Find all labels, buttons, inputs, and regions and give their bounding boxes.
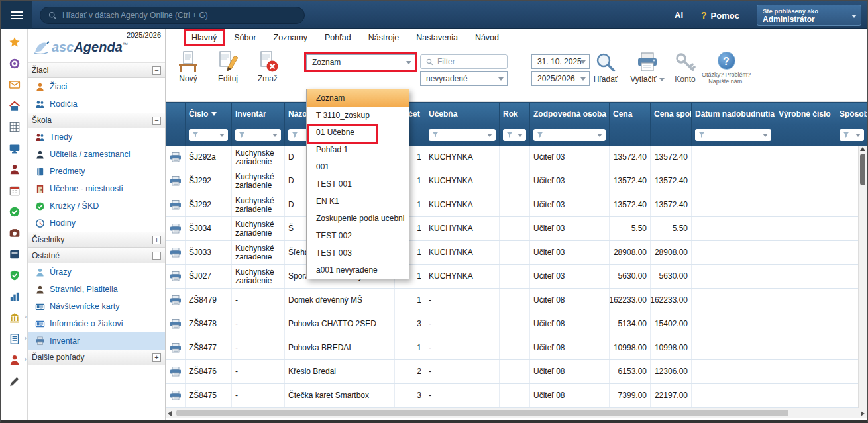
table-row[interactable]: ŠJ034Kuchynské zariadenieŠ1KUCHYNKAUčite… [166, 217, 867, 241]
sidebar-item-inventar[interactable]: Inventár [28, 332, 165, 350]
user-menu[interactable]: Ste prihlásený ako Administrátor [757, 5, 861, 26]
column-header-cislo[interactable]: Číslo [186, 103, 232, 124]
school-building-icon[interactable]: › [1, 307, 27, 328]
table-row[interactable]: ŠJ033Kuchynské zariadenieŠľehač a hnětač… [166, 241, 867, 265]
menu-nastroje[interactable]: Nástroje [362, 31, 406, 44]
calendar-icon[interactable] [1, 180, 27, 201]
row-item-icon[interactable] [166, 193, 186, 216]
column-header-ucebna[interactable]: Učebňa [425, 103, 500, 124]
person-red-icon[interactable]: › [1, 350, 27, 371]
scroll-up-icon[interactable] [860, 147, 865, 151]
filter-ucebna[interactable] [429, 129, 496, 141]
sidebar-item-rodicia[interactable]: Rodičia [28, 95, 165, 113]
view-select[interactable]: Zoznam [306, 54, 415, 70]
edit-button[interactable]: Edituj [209, 50, 246, 83]
filter-sposob[interactable] [840, 129, 864, 141]
filter-rok[interactable] [503, 129, 526, 141]
column-header-osoba[interactable]: Zodpovedná osoba [530, 103, 610, 124]
horizontal-scroll-thumb[interactable] [176, 410, 788, 416]
row-item-icon[interactable] [166, 241, 186, 264]
favorites-icon[interactable] [1, 32, 27, 53]
column-header-datum[interactable]: Dátum nadobudnutia [692, 103, 775, 124]
row-item-icon[interactable] [166, 169, 186, 193]
table-row[interactable]: ZŠ8476-Křeslo Bredal2-Učiteľ 086153.0012… [166, 360, 867, 384]
sidebar-item-triedy[interactable]: Triedy [28, 128, 165, 146]
column-header-sposob[interactable]: Spôsob [836, 103, 867, 124]
sidebar-item-ucitelia-zamestnanci[interactable]: Učitelia / zamestnanci [28, 146, 165, 163]
sidebar-section-skola[interactable]: Škola− [28, 113, 165, 128]
expand-toggle-icon[interactable]: + [152, 236, 161, 244]
table-row[interactable]: ŠJ027Kuchynské zariadenieSporák kombinov… [166, 265, 867, 289]
row-item-icon[interactable] [166, 360, 186, 383]
column-header-icon[interactable] [166, 103, 186, 124]
expand-toggle-icon[interactable]: + [152, 353, 161, 362]
vertical-scroll-thumb[interactable] [860, 154, 865, 185]
table-row[interactable]: ŠJ292Kuchynské zariadenieD1KUCHYNKAUčite… [166, 169, 867, 193]
global-search-input[interactable]: Hľadať v dátach Agendy Online (Ctrl + G) [40, 7, 305, 24]
horizontal-scrollbar[interactable] [166, 408, 867, 418]
view-option-001[interactable]: 001 [307, 158, 409, 175]
filter-input[interactable]: Filter [420, 54, 508, 69]
signature-pen-icon[interactable] [1, 371, 27, 392]
sidebar-item-kruzky-skd[interactable]: Krúžky / ŠKD [28, 197, 165, 214]
sidebar-item-hodiny[interactable]: Hodiny [28, 214, 165, 232]
darts-target-icon[interactable] [1, 53, 27, 74]
view-option-pohlad-1[interactable]: Pohľad 1 [307, 141, 409, 158]
view-option-zoskupenie-podla-ucebni[interactable]: Zoskupenie podla ucebni [307, 210, 409, 227]
view-option-en-k1[interactable]: EN K1 [307, 193, 409, 210]
sidebar-item-ziaci[interactable]: Žiaci [28, 78, 165, 95]
sidebar-section-ciselniky[interactable]: Číselníky+ [28, 232, 165, 248]
new-button[interactable]: Nový [170, 50, 207, 83]
view-option-test-002[interactable]: TEST 002 [307, 227, 409, 244]
column-header-cena[interactable]: Cena [610, 103, 651, 124]
menu-zoznamy[interactable]: Zoznamy [268, 31, 313, 44]
collapse-toggle-icon[interactable]: − [152, 252, 161, 260]
filter-cislo[interactable] [189, 129, 228, 141]
view-option-zoznam[interactable]: Zoznam [307, 89, 409, 107]
table-row[interactable]: ŠJ292Kuchynské zariadenieD1KUCHYNKAUčite… [166, 193, 867, 217]
sidebar-section-dalsie-pohlady[interactable]: Ďalšie pohľady+ [28, 350, 165, 365]
mail-icon[interactable] [1, 74, 27, 95]
year-select[interactable]: 2025/2026 [531, 71, 590, 86]
filter-osoba[interactable] [533, 129, 606, 141]
menu-hlavny[interactable]: Hlavný [186, 31, 223, 44]
sidebar-item-informacie-o-ziakovi[interactable]: Informácie o žiakovi [28, 315, 165, 332]
statistics-chart-icon[interactable] [1, 286, 27, 307]
questions-button[interactable]: ? Otázky? Problém? Napíšte nám. [696, 52, 757, 85]
menu-navod[interactable]: Návod [469, 31, 505, 44]
collapse-toggle-icon[interactable]: − [152, 117, 161, 125]
sidebar-section-ostatne[interactable]: Ostatné− [28, 248, 165, 263]
row-item-icon[interactable] [166, 384, 186, 407]
status-select[interactable]: nevyradené [420, 71, 508, 86]
approve-check-icon[interactable] [1, 201, 27, 222]
timetable-grid-icon[interactable] [1, 117, 27, 138]
search-button[interactable]: Hľadať [587, 52, 624, 85]
sidebar-item-predmety[interactable]: Predmety [28, 163, 165, 180]
column-header-cena_spolu[interactable]: Cena spolu [651, 103, 692, 124]
student-icon[interactable] [1, 159, 27, 180]
view-option-a001-nevyradene[interactable]: a001 nevyradene [307, 261, 409, 279]
date-picker[interactable]: 31. 10. 2025 [531, 54, 590, 69]
column-header-inventar[interactable]: Inventár [232, 103, 285, 124]
view-option-test-003[interactable]: TEST 003 [307, 244, 409, 261]
column-header-rok[interactable]: Rok [500, 103, 530, 124]
scroll-left-icon[interactable] [168, 411, 172, 416]
documents-icon[interactable]: › [1, 328, 27, 350]
home-icon[interactable] [1, 95, 27, 117]
sidebar-item-urazy[interactable]: Úrazy [28, 263, 165, 281]
row-item-icon[interactable] [166, 146, 186, 169]
ai-button[interactable]: AI [675, 10, 683, 20]
scroll-right-icon[interactable] [861, 411, 865, 416]
collapse-toggle-icon[interactable]: − [152, 66, 161, 75]
table-row[interactable]: ŠJ292aKuchynské zariadenieD1KUCHYNKAUčit… [166, 146, 867, 169]
sidebar-item-navstevnicke-karty[interactable]: Návštevnícke karty [28, 298, 165, 315]
sidebar-item-stravnici-platitelia[interactable]: Stravníci, Platitelia [28, 281, 165, 298]
filter-datum[interactable] [695, 129, 771, 141]
table-row[interactable]: ZŠ8477-Pohovka BREDAL1-Učiteľ 0810998.00… [166, 336, 867, 360]
row-item-icon[interactable] [166, 217, 186, 240]
board-screen-icon[interactable] [1, 138, 27, 159]
table-row[interactable]: ZŠ8475-Čtečka karet Smartbox3-Učiteľ 087… [166, 384, 867, 408]
row-item-icon[interactable] [166, 289, 186, 312]
table-row[interactable]: ZŠ8478-Pohovka CHATTO 2SED3-Učiteľ 08513… [166, 312, 867, 336]
filter-inventar[interactable] [235, 129, 281, 141]
